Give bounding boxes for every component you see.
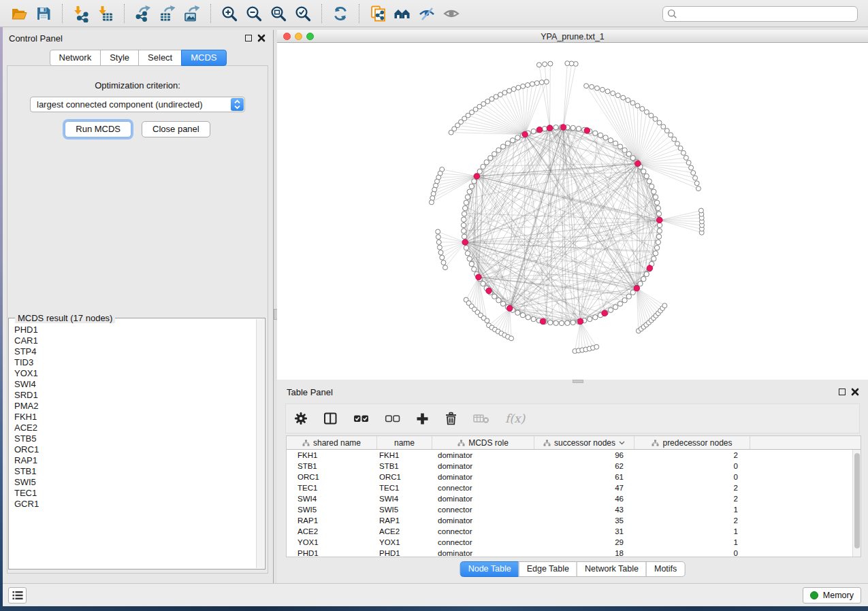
table-row[interactable]: FKH1 FKH1 dominator 96 2 — [287, 450, 852, 461]
column-header-mcds-role[interactable]: MCDS role — [432, 436, 534, 449]
table-row[interactable]: SWI4 SWI4 dominator 46 2 — [287, 493, 852, 504]
close-panel-icon[interactable] — [851, 388, 859, 396]
refresh-button[interactable] — [329, 3, 351, 24]
mcds-result-item[interactable]: STP4 — [14, 346, 255, 357]
select-all-button[interactable] — [353, 414, 369, 423]
mcds-result-item[interactable]: PHD1 — [14, 325, 255, 335]
mcds-result-item[interactable]: SWI4 — [14, 379, 255, 390]
mcds-result-item[interactable]: PMA2 — [14, 401, 255, 412]
column-header-shared-name[interactable]: shared name — [287, 436, 377, 449]
deselect-all-button[interactable] — [385, 414, 400, 423]
cell-mcds-role[interactable]: connector — [432, 506, 534, 514]
cell-mcds-role[interactable]: dominator — [432, 516, 534, 525]
cell-predecessor-nodes[interactable]: 1 — [634, 527, 750, 535]
column-header-predecessor-nodes[interactable]: predecessor nodes — [634, 436, 750, 449]
export-network-button[interactable] — [132, 3, 154, 24]
cell-shared-name[interactable]: TEC1 — [287, 484, 377, 492]
criterion-select[interactable]: largest connected component (undirected) — [30, 97, 245, 112]
cell-shared-name[interactable]: FKH1 — [287, 451, 377, 459]
hide-selected-button[interactable] — [416, 3, 438, 24]
cell-shared-name[interactable]: SWI4 — [287, 495, 377, 503]
cell-name[interactable]: FKH1 — [377, 451, 432, 459]
cell-successor-nodes[interactable]: 29 — [534, 538, 634, 546]
network-canvas[interactable] — [277, 43, 868, 380]
table-row[interactable]: ACE2 ACE2 connector 31 1 — [287, 526, 852, 537]
tab-motifs[interactable]: Motifs — [646, 561, 685, 577]
table-row[interactable]: SWI5 SWI5 connector 43 1 — [287, 504, 852, 515]
cell-shared-name[interactable]: ORC1 — [287, 473, 377, 481]
cell-mcds-role[interactable]: dominator — [432, 495, 534, 503]
close-panel-button[interactable]: Close panel — [142, 121, 210, 137]
mcds-result-item[interactable]: CAR1 — [14, 335, 255, 346]
cell-name[interactable]: RAP1 — [377, 516, 432, 525]
delete-table-button[interactable] — [473, 413, 489, 424]
column-header-name[interactable]: name — [377, 436, 432, 449]
zoom-selected-button[interactable] — [292, 3, 314, 24]
cell-shared-name[interactable]: SWI5 — [287, 506, 377, 514]
export-table-button[interactable] — [157, 3, 178, 24]
mcds-result-item[interactable]: TEC1 — [14, 488, 255, 499]
cell-predecessor-nodes[interactable]: 0 — [634, 462, 750, 470]
mcds-result-item[interactable]: ORC1 — [14, 444, 255, 455]
new-network-from-selection-button[interactable] — [367, 3, 389, 24]
search-input[interactable] — [677, 10, 853, 19]
cell-name[interactable]: YOX1 — [377, 538, 432, 546]
zoom-in-button[interactable] — [219, 3, 240, 24]
mcds-result-item[interactable]: STB5 — [14, 433, 255, 444]
cell-predecessor-nodes[interactable]: 1 — [634, 538, 750, 546]
table-row[interactable]: RAP1 RAP1 dominator 35 2 — [287, 515, 852, 526]
cell-name[interactable]: PHD1 — [377, 549, 432, 557]
mcds-result-item[interactable]: FKH1 — [14, 412, 255, 423]
mcds-result-item[interactable]: SRD1 — [14, 390, 255, 401]
cell-mcds-role[interactable]: dominator — [432, 473, 534, 481]
tab-node-table[interactable]: Node Table — [460, 561, 519, 577]
cell-shared-name[interactable]: ACE2 — [287, 527, 377, 535]
import-table-button[interactable] — [95, 3, 116, 24]
tab-mcds[interactable]: MCDS — [181, 50, 226, 66]
cell-mcds-role[interactable]: dominator — [432, 462, 534, 470]
cell-predecessor-nodes[interactable]: 2 — [634, 516, 750, 525]
settings-gear-button[interactable] — [294, 412, 308, 425]
cell-name[interactable]: STB1 — [377, 462, 432, 470]
mcds-result-item[interactable]: SWI5 — [14, 477, 255, 488]
first-neighbors-button[interactable] — [391, 3, 413, 24]
cell-shared-name[interactable]: YOX1 — [287, 538, 377, 546]
cell-predecessor-nodes[interactable]: 0 — [634, 473, 750, 481]
cell-successor-nodes[interactable]: 46 — [534, 495, 634, 503]
cell-name[interactable]: ORC1 — [377, 473, 432, 481]
zoom-fit-button[interactable] — [268, 3, 289, 24]
tab-network-table[interactable]: Network Table — [577, 561, 647, 577]
close-panel-icon[interactable] — [257, 34, 266, 42]
zoom-out-button[interactable] — [243, 3, 265, 24]
save-session-button[interactable] — [33, 3, 54, 24]
search-field[interactable] — [662, 6, 858, 22]
mcds-result-item[interactable]: RAP1 — [14, 455, 255, 466]
cell-name[interactable]: ACE2 — [377, 527, 432, 535]
memory-button[interactable]: Memory — [803, 587, 861, 604]
cell-predecessor-nodes[interactable]: 2 — [634, 451, 750, 459]
cell-name[interactable]: SWI4 — [377, 495, 432, 503]
table-scrollbar[interactable] — [852, 450, 861, 557]
table-row[interactable]: ORC1 ORC1 dominator 61 0 — [287, 472, 852, 482]
cell-predecessor-nodes[interactable]: 2 — [634, 484, 750, 492]
cell-predecessor-nodes[interactable]: 2 — [634, 495, 750, 503]
mcds-result-item[interactable]: TID3 — [14, 357, 255, 368]
delete-rows-button[interactable] — [445, 412, 457, 425]
cell-shared-name[interactable]: RAP1 — [287, 516, 377, 525]
open-session-button[interactable] — [8, 3, 30, 24]
cell-successor-nodes[interactable]: 96 — [534, 451, 634, 459]
mcds-result-item[interactable]: GCR1 — [14, 499, 255, 510]
tab-network[interactable]: Network — [49, 50, 101, 66]
table-row[interactable]: PHD1 PHD1 dominator 18 0 — [287, 548, 852, 557]
cell-mcds-role[interactable]: connector — [432, 527, 534, 535]
cell-predecessor-nodes[interactable]: 0 — [634, 549, 750, 557]
tab-select[interactable]: Select — [138, 50, 182, 66]
cell-successor-nodes[interactable]: 43 — [534, 506, 634, 514]
cell-name[interactable]: TEC1 — [377, 484, 432, 492]
add-row-button[interactable] — [416, 412, 429, 425]
cell-name[interactable]: SWI5 — [377, 506, 432, 514]
tab-style[interactable]: Style — [100, 50, 139, 66]
cell-successor-nodes[interactable]: 31 — [534, 527, 634, 535]
cell-shared-name[interactable]: STB1 — [287, 462, 377, 470]
cell-successor-nodes[interactable]: 35 — [534, 516, 634, 525]
